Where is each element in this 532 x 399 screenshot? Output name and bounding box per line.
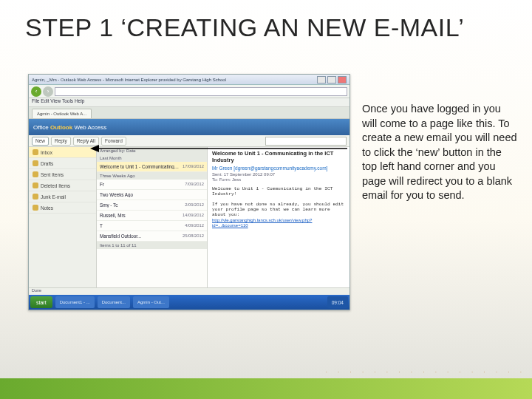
forward-button[interactable]: ›	[43, 86, 53, 97]
slide: STEP 1 ‘CREATING AN NEW E-MAIL’ Once you…	[0, 0, 532, 399]
window-title: Agmin, _Mm - Outlook Web Access - Micros…	[32, 78, 316, 82]
preview-link[interactable]: http://vle.garstanghigh.lancs.sch.uk/use…	[212, 218, 312, 228]
list-footer: Items 1 to 11 of 11	[97, 242, 207, 249]
folder-nav: Inbox Drafts Sent Items Deleted Items Ju…	[29, 147, 97, 310]
svg-marker-1	[90, 145, 99, 152]
folder-icon	[33, 183, 38, 188]
message-list: Arranged by: Date Last Month Welcome to …	[97, 147, 208, 310]
preview-body: Welcome to Unit 1 - Communicating in the…	[212, 186, 345, 217]
list-item[interactable]: Mansfield Outdoor...25/08/2012	[97, 231, 207, 242]
slide-title: STEP 1 ‘CREATING AN NEW E-MAIL’	[25, 13, 507, 42]
list-item[interactable]: Russell, Mrs14/09/2012	[97, 211, 207, 221]
accent-bar	[0, 378, 532, 399]
list-item[interactable]: Smy - Tc2/09/2012	[97, 200, 207, 211]
list-item[interactable]: Welcome to Unit 1 - Communicating in the…	[97, 162, 207, 172]
nav-inbox[interactable]: Inbox	[29, 147, 96, 158]
browser-statusbar: Done	[29, 287, 349, 295]
nav-sent[interactable]: Sent Items	[29, 169, 96, 180]
browser-tabstrip: Agmin - Outlook Web A...	[29, 107, 349, 119]
taskbar-item[interactable]: Agmin - Out...	[133, 296, 169, 308]
system-tray-clock[interactable]: 09:04	[327, 296, 348, 308]
nav-deleted[interactable]: Deleted Items	[29, 180, 96, 191]
address-bar[interactable]	[55, 87, 347, 96]
new-button[interactable]: New	[32, 137, 49, 146]
maximize-button[interactable]	[327, 76, 336, 83]
nav-drafts[interactable]: Drafts	[29, 158, 96, 169]
msg-date: 17/09/2012	[183, 164, 204, 169]
back-button[interactable]: ‹	[31, 86, 41, 97]
list-item[interactable]: Two Weeks Ago	[97, 190, 207, 200]
decorative-dots: . . . . . . . . . . . . . . . . .	[326, 367, 526, 374]
folder-icon	[33, 149, 38, 155]
callout-arrow	[89, 143, 355, 154]
list-item[interactable]: T4/09/2012	[97, 221, 207, 231]
reading-pane: Welcome to Unit 1 - Communicating in the…	[208, 147, 349, 310]
list-group: Last Month	[97, 154, 207, 162]
owa-body: Inbox Drafts Sent Items Deleted Items Ju…	[29, 147, 349, 310]
minimize-button[interactable]	[317, 76, 326, 83]
preview-sent: Sent: 17 September 2012 09:07	[212, 172, 345, 177]
folder-icon	[33, 160, 38, 166]
reply-button[interactable]: Reply	[51, 137, 71, 146]
instruction-text: Once you have logged in you will come to…	[362, 102, 517, 203]
owa-header: Office Outlook Web Access	[29, 119, 349, 135]
folder-icon	[33, 194, 38, 200]
nav-junk[interactable]: Junk E-mail	[29, 191, 96, 202]
window-titlebar: Agmin, _Mm - Outlook Web Access - Micros…	[29, 75, 349, 85]
folder-icon	[33, 171, 38, 177]
close-button[interactable]	[338, 76, 347, 83]
taskbar-item[interactable]: Document...	[98, 296, 130, 308]
preview-from: Mr Green [dgreen@garstangcommunityacadem…	[212, 166, 345, 171]
list-group: Three Weeks Ago	[97, 172, 207, 180]
nav-notes[interactable]: Notes	[29, 202, 96, 214]
preview-to: To: Form: Jess	[212, 177, 345, 182]
taskbar-item[interactable]: Document1 - ...	[55, 296, 95, 308]
start-button[interactable]: start	[30, 296, 52, 308]
owa-brand: Office Outlook Web Access	[33, 124, 106, 131]
msg-subject: Welcome to Unit 1 - Communicating in the…	[100, 164, 180, 169]
browser-nav-toolbar: ‹ ›	[29, 85, 349, 98]
outlook-screenshot: Agmin, _Mm - Outlook Web Access - Micros…	[28, 74, 350, 310]
browser-tab[interactable]: Agmin - Outlook Web A...	[32, 109, 92, 118]
browser-menubar[interactable]: File Edit View Tools Help	[29, 98, 349, 107]
list-item[interactable]: Fr7/09/2012	[97, 180, 207, 190]
folder-icon	[33, 205, 38, 211]
windows-taskbar: start Document1 - ... Document... Agmin …	[29, 295, 349, 310]
